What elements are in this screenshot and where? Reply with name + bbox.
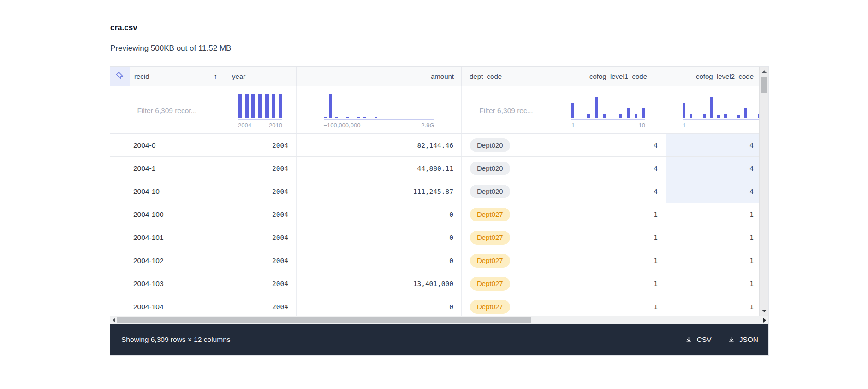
cofog-level1-histogram[interactable]: 1 10: [571, 97, 645, 129]
histogram-bar: [571, 103, 574, 118]
table-row[interactable]: 2004-100 2004 0 Dept027 1 1: [110, 203, 759, 226]
cell-recid: 2004-100: [110, 203, 224, 226]
histogram-bar: [595, 97, 598, 118]
histogram-bar: [279, 94, 282, 118]
sort-ascending-icon[interactable]: ↑: [214, 72, 217, 81]
filter-cell-amount: −100,000,000 2.9G: [297, 86, 462, 133]
data-table: recid ↑ year amount dept_code cofog_leve…: [110, 67, 768, 355]
column-header-cofog-level2-code[interactable]: cofog_level2_code: [666, 67, 759, 86]
table-row[interactable]: 2004-103 2004 13,401,000 Dept027 1 1: [110, 272, 759, 295]
column-header-amount[interactable]: amount: [297, 67, 462, 86]
cell-dept-code: Dept027: [462, 226, 551, 249]
cell-recid: 2004-10: [110, 180, 224, 203]
column-header-cofog-level1-code[interactable]: cofog_level1_code: [551, 67, 666, 86]
download-csv-button[interactable]: CSV: [685, 335, 712, 344]
vertical-scrollbar[interactable]: [759, 67, 768, 316]
histogram-bar: [335, 117, 338, 118]
dept-badge: Dept027: [470, 231, 510, 245]
download-json-label: JSON: [739, 335, 758, 344]
amount-histogram[interactable]: −100,000,000 2.9G: [324, 94, 434, 129]
scroll-down-arrow-icon[interactable]: [762, 310, 767, 312]
cell-cofog-level2: 4: [666, 157, 759, 180]
scroll-up-arrow-icon[interactable]: [762, 70, 767, 73]
download-csv-label: CSV: [697, 335, 712, 344]
horizontal-scrollbar[interactable]: [110, 316, 768, 324]
cell-amount: 0: [297, 249, 462, 272]
histogram-bar: [690, 114, 692, 118]
histogram-min-label: 1: [683, 122, 686, 129]
cell-year: 2004: [224, 203, 297, 226]
histogram-bar: [258, 94, 262, 118]
table-row[interactable]: 2004-0 2004 82,144.46 Dept020 4 4: [110, 134, 759, 157]
horizontal-scrollbar-thumb[interactable]: [117, 317, 531, 323]
scroll-right-arrow-icon[interactable]: [763, 318, 766, 323]
column-label: recid: [134, 72, 149, 80]
histogram-bar: [245, 94, 249, 118]
vertical-scrollbar-thumb[interactable]: [761, 77, 767, 93]
preview-size-text: Previewing 500KB out of 11.52 MB: [110, 44, 768, 53]
histogram-bar: [265, 94, 269, 118]
cell-recid: 2004-1: [110, 157, 224, 180]
file-title: cra.csv: [110, 23, 768, 32]
cell-amount: 13,401,000: [297, 272, 462, 295]
filter-input-recid[interactable]: Filter 6,309 recor...: [137, 107, 196, 115]
column-label: amount: [431, 72, 454, 80]
status-bar: Showing 6,309 rows × 12 columns CSV: [110, 324, 768, 355]
cell-cofog-level1: 4: [551, 134, 666, 156]
cell-amount: 0: [297, 295, 462, 316]
scroll-left-arrow-icon[interactable]: [113, 318, 115, 323]
cell-amount: 82,144.46: [297, 134, 462, 156]
file-preview-panel: cra.csv Previewing 500KB out of 11.52 MB…: [110, 0, 768, 355]
dept-badge: Dept027: [470, 300, 510, 314]
column-header-recid[interactable]: recid ↑: [130, 67, 224, 86]
column-label: year: [232, 72, 245, 80]
year-histogram[interactable]: 2004 2010: [238, 94, 282, 129]
table-row[interactable]: 2004-10 2004 111,245.87 Dept020 4 4: [110, 180, 759, 203]
dept-badge: Dept027: [470, 254, 510, 268]
histogram-min-label: 2004: [238, 122, 251, 129]
filter-input-dept-code[interactable]: Filter 6,309 rec...: [479, 107, 533, 115]
cell-recid: 2004-101: [110, 226, 224, 249]
column-header-dept-code[interactable]: dept_code: [462, 67, 551, 86]
pin-icon: [115, 71, 125, 82]
histogram-bar: [324, 117, 327, 118]
cell-cofog-level1: 1: [551, 203, 666, 226]
cell-cofog-level2: 1: [666, 295, 759, 316]
cell-year: 2004: [224, 295, 297, 316]
cell-dept-code: Dept027: [462, 203, 551, 226]
dept-badge: Dept027: [470, 208, 510, 221]
cell-dept-code: Dept027: [462, 249, 551, 272]
row-column-count: Showing 6,309 rows × 12 columns: [121, 335, 231, 344]
histogram-bar: [737, 115, 740, 118]
histogram-baseline: [571, 119, 645, 120]
cell-cofog-level2: 1: [666, 226, 759, 249]
cell-cofog-level1: 4: [551, 180, 666, 203]
cell-year: 2004: [224, 226, 297, 249]
table-row[interactable]: 2004-101 2004 0 Dept027 1 1: [110, 226, 759, 249]
dept-badge: Dept020: [470, 185, 510, 198]
cell-recid: 2004-104: [110, 295, 224, 316]
cell-amount: 0: [297, 203, 462, 226]
cell-recid: 2004-103: [110, 272, 224, 295]
pin-column-header[interactable]: [110, 67, 130, 86]
histogram-bar: [703, 114, 706, 118]
cell-amount: 44,880.11: [297, 157, 462, 180]
column-header-year[interactable]: year: [224, 67, 297, 86]
download-icon: [685, 336, 693, 344]
cofog-level2-histogram[interactable]: 1 11: [683, 97, 759, 129]
cell-year: 2004: [224, 249, 297, 272]
histogram-max-label: 2.9G: [421, 122, 434, 129]
table-row[interactable]: 2004-1 2004 44,880.11 Dept020 4 4: [110, 157, 759, 180]
histogram-bar: [603, 114, 606, 118]
cell-dept-code: Dept027: [462, 272, 551, 295]
download-json-button[interactable]: JSON: [727, 335, 758, 344]
table-row[interactable]: 2004-104 2004 0 Dept027 1 1: [110, 295, 759, 316]
table-row[interactable]: 2004-102 2004 0 Dept027 1 1: [110, 249, 759, 272]
cell-cofog-level1: 1: [551, 226, 666, 249]
table-scroll-area: recid ↑ year amount dept_code cofog_leve…: [110, 67, 759, 316]
histogram-bar: [272, 94, 275, 118]
histogram-bar: [329, 94, 332, 118]
histogram-bar: [587, 114, 590, 118]
cell-dept-code: Dept027: [462, 295, 551, 316]
cell-year: 2004: [224, 134, 297, 156]
